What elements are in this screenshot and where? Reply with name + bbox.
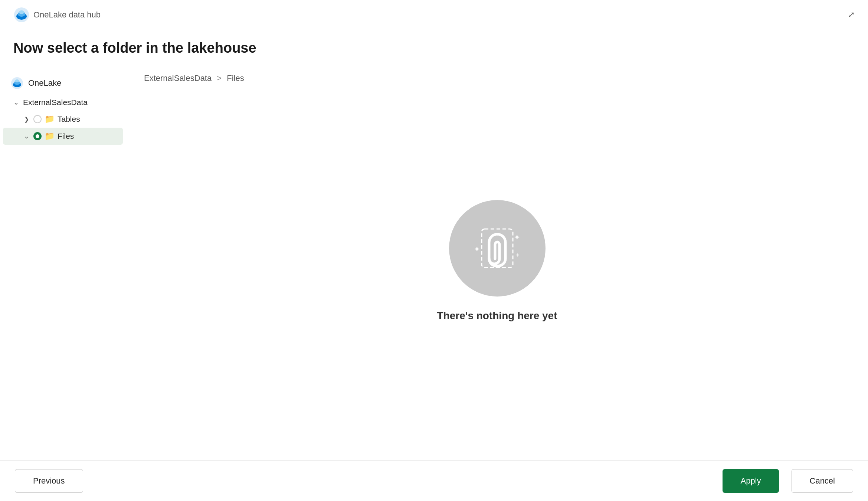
chevron-down-icon: ⌄ (22, 132, 30, 140)
svg-text:✦: ✦ (515, 252, 520, 258)
breadcrumb-separator: > (217, 73, 222, 83)
previous-button[interactable]: Previous (15, 469, 83, 493)
page-title-section: Now select a folder in the lakehouse (0, 30, 868, 63)
sidebar-root: OneLake (0, 72, 126, 94)
empty-state-message: There's nothing here yet (437, 310, 557, 322)
empty-state: ✦ ✦ ✦ There's nothing here yet (437, 98, 557, 446)
apply-button[interactable]: Apply (723, 469, 779, 493)
header: OneLake data hub ⤢ (0, 0, 868, 30)
sidebar-item-label: Tables (58, 115, 80, 124)
svg-point-7 (15, 79, 19, 82)
breadcrumb-part-1: ExternalSalesData (144, 73, 212, 83)
svg-point-3 (19, 10, 24, 14)
cancel-button[interactable]: Cancel (792, 469, 853, 493)
tables-radio[interactable] (33, 115, 42, 123)
right-panel: ExternalSalesData > Files ✦ ✦ ✦ (126, 63, 868, 456)
breadcrumb: ExternalSalesData > Files (144, 73, 850, 83)
breadcrumb-part-2: Files (227, 73, 244, 83)
files-folder-icon: 📁 (45, 131, 55, 141)
svg-text:✦: ✦ (514, 233, 520, 242)
files-radio[interactable] (33, 132, 42, 140)
expand-icon[interactable]: ⤢ (848, 10, 855, 20)
sidebar-item-label: Files (58, 132, 74, 141)
chevron-right-icon: ❯ (22, 116, 30, 123)
main-content: OneLake ⌄ ExternalSalesData ❯ 📁 Tables ⌄… (0, 63, 868, 456)
sidebar-item-tables[interactable]: ❯ 📁 Tables (0, 111, 126, 128)
empty-state-icon: ✦ ✦ ✦ (468, 219, 527, 278)
onelake-root-icon (10, 76, 24, 90)
app-title: OneLake data hub (33, 10, 101, 20)
header-left: OneLake data hub (13, 7, 101, 23)
onelake-logo (13, 7, 30, 23)
tables-folder-icon: 📁 (45, 114, 55, 124)
sidebar-item-files[interactable]: ⌄ 📁 Files (3, 128, 123, 145)
sidebar-item-label: ExternalSalesData (23, 98, 88, 107)
sidebar-item-external-sales-data[interactable]: ⌄ ExternalSalesData (0, 94, 126, 111)
page-title: Now select a folder in the lakehouse (13, 40, 855, 56)
chevron-down-icon: ⌄ (12, 98, 20, 107)
svg-text:✦: ✦ (474, 245, 480, 254)
footer-right-buttons: Apply Cancel (723, 469, 853, 493)
sidebar-root-label: OneLake (28, 78, 61, 88)
footer: Previous Apply Cancel (0, 460, 868, 501)
empty-state-illustration: ✦ ✦ ✦ (449, 200, 546, 297)
sidebar: OneLake ⌄ ExternalSalesData ❯ 📁 Tables ⌄… (0, 63, 126, 456)
